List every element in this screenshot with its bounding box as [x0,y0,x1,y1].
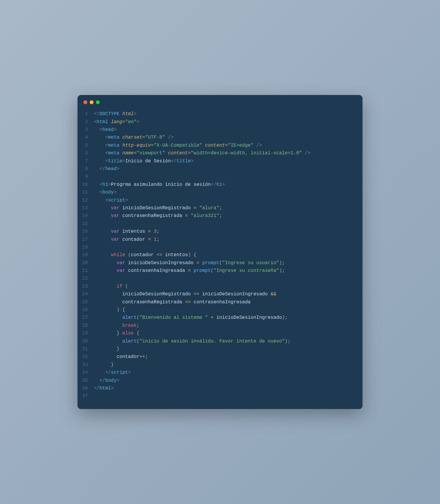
token-operator: + [211,315,214,320]
token-tag-name: head [102,127,114,132]
token-tag-name: meta [108,150,119,156]
line-number: 10 [77,181,94,188]
token-tag-bracket [119,150,122,156]
close-icon[interactable] [83,100,87,104]
token-tag-bracket: </ [99,378,105,383]
code-line: 31 } [77,345,363,353]
token-tag-bracket [108,119,111,125]
token-string: "Ingrese su usuario" [222,260,279,266]
token-variable: contador [131,252,156,258]
token-punct: ; [137,323,140,328]
code-line: 15 [77,220,363,228]
token-number: 1 [154,237,157,242]
token-punct: { [194,252,197,258]
token-variable [199,260,202,266]
token-variable: inicioDeSesionIngresado [213,315,282,320]
token-tag-name: h1 [102,182,108,187]
token-punct: ; [219,213,222,218]
line-content: <title>Inicio de Sesión</title> [94,157,363,165]
token-attr-value: "UTF-8" [145,135,165,140]
token-tag-name: html [99,386,111,391]
token-operator: = [194,205,197,211]
token-operator: = [151,143,154,148]
token-attr-value: "X-UA-Compatible" [154,143,202,148]
token-keyword: else [122,331,134,336]
token-punct: ; [156,229,159,234]
line-content [94,243,363,251]
minimize-icon[interactable] [90,100,94,104]
code-line: 7 <title>Inicio de Sesión</title> [77,157,363,165]
line-number: 16 [77,228,94,235]
code-line: 33 } [77,361,363,369]
token-operator: = [188,150,191,156]
code-line: 24 inicioDeSesionRegistrado == inicioDeS… [77,290,363,298]
token-tag-bracket: /> [302,150,311,156]
line-content [94,220,363,228]
token-operator: = [197,260,200,266]
line-number: 36 [77,384,94,392]
code-line: 22 [77,275,363,282]
token-tag-bracket: </ [211,182,216,187]
line-content: alert("inicio de sesión inválido. Favor … [94,337,363,345]
token-variable [191,252,194,258]
token-punct: ) [282,315,285,320]
maximize-icon[interactable] [96,100,100,104]
token-variable [191,268,194,273]
token-keyword: while [111,252,125,258]
token-keyword: break [122,323,137,328]
line-content: var inicioDeSesionIngresado = prompt("In… [94,259,363,267]
token-tag-name: meta [108,135,119,140]
token-string: "alura321" [191,213,219,218]
code-line: 29 } else { [77,329,363,337]
code-window: 1<!DOCTYPE html>2<html lang="en">3 <head… [77,95,363,409]
token-string: "Ingrese su contraseña" [213,268,279,273]
line-content: alert("Bienvenido al sistema " + inicioD… [94,314,363,321]
token-function: alert [122,339,137,344]
token-variable: inicioDeSesionRegistrado [122,291,194,297]
token-variable: contrasenhaRegistrada [122,299,185,305]
line-content: var inicioDeSesionRegistrado = "alura"; [94,204,363,212]
token-tag-bracket: > [125,198,128,203]
token-operator: == [185,299,191,305]
token-variable [151,237,154,242]
line-number: 34 [77,369,94,376]
line-number: 17 [77,236,94,243]
token-keyword-var: var [111,229,120,234]
line-number: 14 [77,212,94,220]
token-keyword-var: var [117,260,125,266]
line-number: 26 [77,306,94,314]
token-function: prompt [202,260,219,266]
token-punct: { [122,307,125,313]
line-number: 9 [77,173,94,180]
code-line: 36</html> [77,384,363,392]
line-number: 29 [77,329,94,337]
token-tag-name: html [97,119,108,125]
line-content: </script> [94,369,363,376]
token-tag-name: head [105,166,116,172]
line-number: 22 [77,275,94,282]
token-function: prompt [194,268,211,273]
token-tag-bracket: < [105,159,108,164]
code-line: 2<html lang="en"> [77,118,363,126]
token-tag-name: body [102,190,114,195]
code-line: 12 <script> [77,196,363,204]
token-tag-bracket: < [99,190,102,195]
token-variable [119,331,122,336]
token-punct: ( [137,315,140,320]
line-number: 23 [77,283,94,290]
code-editor[interactable]: 1<!DOCTYPE html>2<html lang="en">3 <head… [77,107,363,409]
line-content: <html lang="en"> [94,118,363,126]
token-tag-bracket: </ [99,166,105,172]
token-attr-name: name [122,150,134,156]
token-variable [122,284,125,289]
token-tag-bracket: < [105,198,108,203]
line-content [94,173,363,180]
code-line: 11 <body> [77,188,363,196]
line-number: 24 [77,290,94,298]
token-variable: contrasenhaIngresada [191,299,251,305]
line-content: } [94,361,363,369]
token-attr-name: charset [122,135,142,140]
token-punct: ( [125,284,128,289]
line-number: 32 [77,353,94,361]
token-punct: ( [128,252,131,258]
